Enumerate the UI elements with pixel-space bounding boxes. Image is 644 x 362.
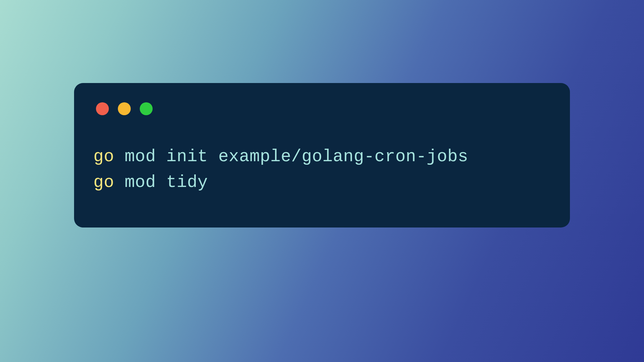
code-line: go mod init example/golang-cron-jobs — [93, 144, 551, 170]
close-button[interactable] — [96, 102, 109, 115]
terminal-window: go mod init example/golang-cron-jobs go … — [74, 83, 570, 227]
maximize-button[interactable] — [140, 102, 153, 115]
code-line: go mod tidy — [93, 170, 551, 196]
command-text: mod init example/golang-cron-jobs — [114, 147, 468, 166]
go-keyword: go — [93, 147, 114, 166]
terminal-content: go mod init example/golang-cron-jobs go … — [93, 144, 551, 195]
go-keyword: go — [93, 173, 114, 192]
window-controls — [96, 102, 551, 115]
minimize-button[interactable] — [118, 102, 131, 115]
command-text: mod tidy — [114, 173, 208, 192]
